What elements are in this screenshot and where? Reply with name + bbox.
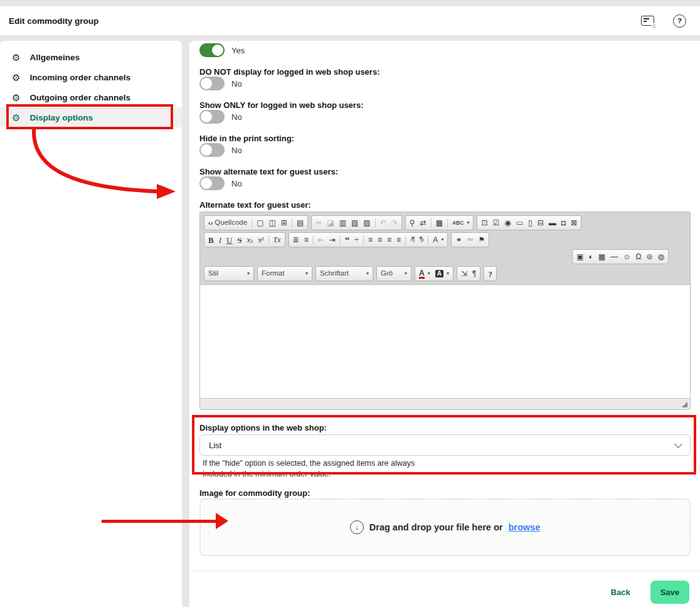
- special-character-button[interactable]: Ω: [633, 250, 644, 263]
- bulleted-list-button[interactable]: ≡: [302, 234, 311, 246]
- toolbar-separator: [375, 218, 376, 228]
- font-dropdown[interactable]: Schriftart▾: [317, 267, 371, 280]
- show-only-logged-in-toggle[interactable]: [199, 110, 225, 124]
- numbered-list-icon: ≣: [293, 236, 299, 244]
- sidebar-item-outgoing-order-channels[interactable]: ⚙ Outgoing order channels: [0, 87, 182, 107]
- subscript-button[interactable]: x₂: [245, 234, 256, 246]
- paste-as-text-button[interactable]: ▧: [349, 217, 361, 229]
- spellcheck-button[interactable]: ABC▾: [450, 217, 472, 229]
- do-not-display-toggle[interactable]: [199, 77, 225, 90]
- rich-text-editor: ‹›Quellcode▢◫⊞▤✂◪▥▧▨↶↷⚲⇄▩ABC▾⊡☑◉▭▯⊟▬◘⊠BI…: [199, 212, 691, 410]
- save-button[interactable]: Save: [650, 581, 689, 604]
- underline-button[interactable]: U: [224, 234, 235, 246]
- background-color-button[interactable]: A▾: [433, 267, 452, 280]
- anchor-button[interactable]: ⚑: [476, 234, 488, 246]
- caret-down-icon: ▾: [305, 271, 308, 276]
- bidi-ltr-button[interactable]: ›¶: [408, 234, 417, 246]
- form-button[interactable]: ⊡: [479, 217, 490, 229]
- table-button[interactable]: ▦: [596, 250, 608, 263]
- undo-icon: ↶: [380, 219, 386, 227]
- templates-button[interactable]: ▤: [294, 217, 306, 229]
- toggle-value: No: [231, 146, 242, 155]
- alternate-text-toggle[interactable]: [199, 176, 225, 190]
- browse-link[interactable]: browse: [508, 522, 540, 532]
- align-right-button[interactable]: ≡: [384, 234, 394, 246]
- textarea-button[interactable]: ▯: [526, 217, 535, 229]
- div-container-button[interactable]: ÷: [352, 234, 361, 246]
- sidebar-item-incoming-order-channels[interactable]: ⚙ Incoming order channels: [0, 67, 182, 87]
- sidebar-item-allgemeines[interactable]: ⚙ Allgemeines: [0, 47, 182, 67]
- increase-indent-button[interactable]: ⇥: [327, 234, 338, 246]
- justify-button[interactable]: ≡: [394, 234, 403, 246]
- print-button[interactable]: ⊞: [278, 217, 290, 229]
- help-icon[interactable]: ?: [673, 14, 686, 28]
- hide-print-sorting-toggle[interactable]: [199, 143, 225, 157]
- display-toggle[interactable]: [199, 43, 225, 57]
- bold-button[interactable]: B: [206, 234, 216, 246]
- smiley-button[interactable]: ☺: [620, 250, 633, 263]
- sidebar-item-display-options[interactable]: ⚙ Display options: [0, 107, 182, 127]
- select-all-icon: ▩: [436, 219, 443, 227]
- bulleted-list-icon: ≡: [304, 236, 309, 244]
- styles-dropdown[interactable]: Stil▾: [206, 267, 252, 280]
- back-button[interactable]: Back: [611, 588, 630, 597]
- paste-from-word-button[interactable]: ▨: [361, 217, 373, 229]
- align-right-icon: ≡: [387, 236, 391, 244]
- toolbar-group: BIUSx₂x²Tx: [204, 232, 285, 247]
- text-color-button[interactable]: A▾: [416, 267, 433, 280]
- radio-button[interactable]: ◉: [502, 217, 513, 229]
- toolbar-group: ⚲⇄▩ABC▾: [405, 215, 474, 230]
- paste-button[interactable]: ▥: [337, 217, 349, 229]
- align-left-button[interactable]: ≡: [366, 234, 375, 246]
- file-dropzone[interactable]: ↓ Drag and drop your file here or browse: [199, 498, 691, 556]
- toggle-value: No: [231, 79, 242, 89]
- toolbar-group: ⊡☑◉▭▯⊟▬◘⊠: [477, 215, 581, 230]
- page-break-button[interactable]: ⊜: [644, 250, 655, 263]
- link-button[interactable]: ⚭: [453, 234, 464, 246]
- div-container-icon: ÷: [354, 236, 359, 244]
- resize-handle-icon[interactable]: [682, 402, 687, 407]
- iframe-button[interactable]: ◍: [655, 250, 667, 263]
- display-options-select[interactable]: List: [199, 434, 691, 456]
- form-button-button[interactable]: ▬: [546, 217, 559, 229]
- about-button[interactable]: ?: [485, 267, 495, 280]
- feedback-icon[interactable]: ☆: [641, 16, 654, 26]
- insert-image-button[interactable]: ▣: [574, 250, 586, 263]
- select-value: List: [209, 441, 221, 450]
- image-button-button[interactable]: ◘: [559, 217, 568, 229]
- language-button[interactable]: A▾: [430, 234, 446, 246]
- numbered-list-button[interactable]: ≣: [290, 234, 302, 246]
- radio-icon: ◉: [504, 219, 511, 227]
- editor-content-area[interactable]: [200, 284, 690, 398]
- blockquote-button[interactable]: “: [342, 234, 353, 246]
- strikethrough-button[interactable]: S: [235, 234, 244, 246]
- checkbox-button[interactable]: ☑: [490, 217, 502, 229]
- caret-down-icon: ▾: [247, 271, 250, 276]
- align-center-button[interactable]: ≡: [375, 234, 384, 246]
- unlink-button: ⚮: [464, 234, 475, 246]
- horizontal-rule-button[interactable]: ―: [608, 250, 620, 263]
- horizontal-rule-icon: ―: [610, 253, 618, 261]
- format-dropdown[interactable]: Format▾: [259, 267, 310, 280]
- new-page-button[interactable]: ▢: [254, 217, 266, 229]
- superscript-button[interactable]: x²: [255, 234, 266, 246]
- hidden-field-button[interactable]: ⊠: [568, 217, 580, 229]
- remove-format-button[interactable]: Tx: [271, 234, 284, 246]
- select-field-button[interactable]: ⊟: [535, 217, 546, 229]
- bidi-rtl-button[interactable]: ¶‹: [417, 234, 427, 246]
- source-button[interactable]: ‹›Quellcode: [206, 217, 250, 229]
- italic-button[interactable]: I: [216, 234, 224, 246]
- replace-button[interactable]: ⇄: [418, 217, 429, 229]
- caret-down-icon: ▾: [428, 271, 430, 276]
- show-blocks-button[interactable]: ¶: [470, 267, 479, 280]
- find-button[interactable]: ⚲: [407, 217, 418, 229]
- maximize-button[interactable]: ⇲: [459, 267, 470, 280]
- select-all-button[interactable]: ▩: [433, 217, 445, 229]
- size-dropdown[interactable]: Grö▾: [378, 267, 410, 280]
- print-icon: ⊞: [281, 219, 287, 227]
- preview-button[interactable]: ◫: [266, 217, 278, 229]
- flash-button[interactable]: ◐: [586, 250, 596, 263]
- text-field-button[interactable]: ▭: [514, 217, 526, 229]
- cut-button: ✂: [313, 217, 324, 229]
- table-icon: ▦: [598, 253, 605, 261]
